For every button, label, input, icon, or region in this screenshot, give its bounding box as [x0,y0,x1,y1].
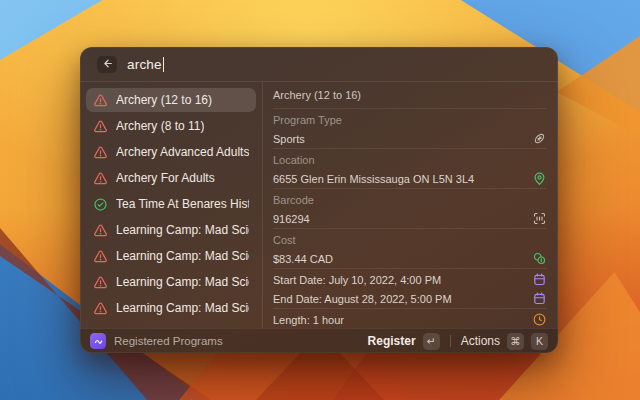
detail-title: Archery (12 to 16) [273,82,547,108]
warning-triangle-icon [93,119,108,134]
barcode-value: 916294 [273,213,310,225]
cost-label: Cost [273,234,296,246]
end-date-value: End Date: August 28, 2022, 5:00 PM [273,293,452,305]
k-key-icon: K [531,333,548,350]
program-type-value: Sports [273,133,305,145]
list-item[interactable]: Learning Camp: Mad Science -... [86,270,256,294]
map-pin-icon [532,171,547,186]
detail-section-cost: Cost $83.44 CAD [273,228,547,268]
search-input[interactable]: arche [127,57,164,72]
list-item[interactable]: Archery (8 to 11) [86,114,256,138]
warning-triangle-icon [93,93,108,108]
search-query: arche [127,57,162,72]
barcode-label: Barcode [273,194,314,206]
warning-triangle-icon [93,223,108,238]
list-item[interactable]: Learning Camp: Mad Science -... [86,244,256,268]
calendar-icon [532,272,547,287]
warning-triangle-icon [93,249,108,264]
footer-divider [450,335,451,347]
text-caret [163,57,165,72]
detail-panel: Archery (12 to 16) Program Type Sports L… [263,82,558,328]
detail-section-length: Length: 1 hour [273,308,547,333]
list-item[interactable]: Archery (12 to 16) [86,88,256,112]
list-item-label: Learning Camp: Mad Science -... [116,275,249,289]
search-bar[interactable]: arche [80,47,558,82]
actions-button[interactable]: Actions [461,334,500,348]
arrow-left-icon [101,56,114,74]
check-circle-icon [93,197,108,212]
cost-value: $83.44 CAD [273,253,333,265]
detail-section-program-type: Program Type Sports [273,108,547,148]
length-value: Length: 1 hour [273,314,344,326]
start-date-value: Start Date: July 10, 2022, 4:00 PM [273,274,441,286]
list-item-label: Archery Advanced Adults [116,145,249,159]
results-list: Archery (12 to 16) Archery (8 to 11) Arc… [80,82,263,328]
return-key-icon: ↵ [423,333,440,350]
extension-app-icon [90,333,106,349]
barcode-scan-icon [532,211,547,226]
warning-triangle-icon [93,275,108,290]
list-item-label: Archery (8 to 11) [116,119,204,133]
desktop: arche Archery (12 to 16) Archery (8 to 1… [0,0,640,400]
location-value: 6655 Glen Erin Mississauga ON L5N 3L4 [273,173,474,185]
football-icon [532,131,547,146]
list-item-label: Learning Camp: Mad Science -... [116,301,249,315]
list-item[interactable]: Learning Camp: Mad Science -... [86,218,256,242]
list-item-label: Learning Camp: Mad Science -... [116,223,249,237]
detail-section-barcode: Barcode 916294 [273,188,547,228]
footer-actions: Register ↵ Actions ⌘ K [368,333,548,350]
back-button[interactable] [97,56,117,73]
location-label: Location [273,154,315,166]
detail-section-dates: Start Date: July 10, 2022, 4:00 PM End D… [273,268,547,308]
program-type-label: Program Type [273,114,342,126]
source-label: Registered Programs [114,335,360,347]
warning-triangle-icon [93,171,108,186]
warning-triangle-icon [93,301,108,316]
coins-icon [532,251,547,266]
launcher-window: arche Archery (12 to 16) Archery (8 to 1… [80,47,558,353]
list-item-label: Archery (12 to 16) [116,93,212,107]
list-item-label: Archery For Adults [116,171,215,185]
list-item[interactable]: Learning Camp: Mad Science -... [86,296,256,320]
clock-icon [532,312,547,327]
list-item-label: Tea Time At Benares Historic Ho... [116,197,249,211]
main-content: Archery (12 to 16) Archery (8 to 11) Arc… [80,82,558,328]
detail-section-location: Location 6655 Glen Erin Mississauga ON L… [273,148,547,188]
list-item[interactable]: Archery For Adults [86,166,256,190]
warning-triangle-icon [93,145,108,160]
calendar-icon [532,291,547,306]
list-item[interactable]: Tea Time At Benares Historic Ho... [86,192,256,216]
register-button[interactable]: Register [368,334,416,348]
list-item-label: Learning Camp: Mad Science -... [116,249,249,263]
list-item[interactable]: Archery Advanced Adults [86,140,256,164]
command-key-icon: ⌘ [507,333,524,350]
